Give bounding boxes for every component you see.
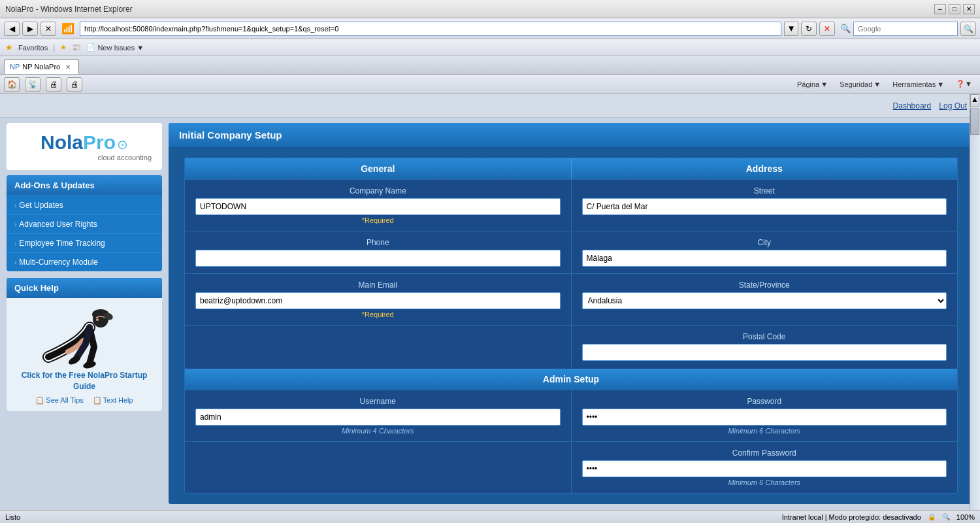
email-label: Main Email — [195, 280, 561, 290]
sidebar-item-getupdates[interactable]: › Get Updates — [7, 195, 162, 214]
tab-bar: NP NP NolaPro ✕ — [0, 56, 980, 75]
pagina-button[interactable]: Página▼ — [793, 79, 832, 90]
quick-help-links: 📋 See All Tips 📋 Text Help — [35, 396, 133, 405]
browser-title: NolaPro - Windows Internet Explorer — [5, 5, 133, 14]
sidebar-item-multicurrency[interactable]: › Multi-Currency Module — [7, 252, 162, 271]
confirm-hint: Minimum 6 Characters — [582, 479, 947, 486]
admin-section-header: Admin Setup — [185, 367, 957, 390]
company-name-label: Company Name — [195, 186, 561, 195]
favoritos-item[interactable]: Favoritos — [18, 44, 48, 52]
city-col: City — [572, 231, 958, 273]
new-issues-item[interactable]: 📄 New Issues ▼ — [86, 43, 144, 52]
active-tab[interactable]: NP NP NolaPro ✕ — [4, 59, 79, 74]
logo-circle: ⊙ — [117, 137, 128, 152]
state-select[interactable]: Andalusia — [582, 292, 947, 309]
arrow-icon-multicurrency: › — [14, 259, 16, 266]
quick-help-text[interactable]: Click for the Free NolaPro Startup Guide — [13, 370, 155, 392]
search-go-button[interactable]: 🔍 — [960, 22, 976, 36]
company-name-input[interactable] — [195, 198, 561, 215]
panel-title: Initial Company Setup — [179, 129, 282, 141]
confirm-input[interactable] — [582, 460, 947, 477]
email-input[interactable] — [195, 292, 561, 309]
street-label: Street — [582, 186, 947, 195]
go-button[interactable]: ▼ — [784, 22, 798, 36]
maximize-button[interactable]: □ — [949, 4, 960, 14]
stop-nav-icon[interactable]: ✕ — [819, 22, 835, 36]
home-icon[interactable]: 🏠 — [4, 77, 20, 92]
sidebar-item-timetracking[interactable]: › Employee Time Tracking — [7, 233, 162, 252]
general-section-header: General — [185, 158, 572, 179]
top-header: Dashboard Log Out — [0, 94, 980, 118]
herramientas-label: Herramientas — [892, 80, 936, 88]
zone-info: Intranet local | Modo protegido: desacti… — [782, 513, 921, 521]
dashboard-link[interactable]: Dashboard — [893, 101, 932, 110]
zoom-icon: 🔍 — [942, 513, 950, 520]
row-email-state: Main Email *Required State/Province Anda… — [185, 273, 957, 325]
quick-help-image — [32, 305, 137, 370]
protected-icon: 🔒 — [928, 513, 936, 520]
password-input[interactable] — [582, 409, 947, 426]
row-companyname-street: Company Name *Required Street — [185, 179, 957, 231]
sidebar-label-getupdates: Get Updates — [19, 201, 63, 210]
password-label: Password — [582, 397, 947, 406]
row-empty-postal: Postal Code — [185, 325, 957, 367]
sidebar-item-advanceduserrights[interactable]: › Advanced User Rights — [7, 214, 162, 233]
address-bar[interactable] — [80, 22, 781, 36]
logout-link[interactable]: Log Out — [939, 101, 967, 110]
street-col: Street — [572, 180, 958, 231]
text-help-icon: 📋 — [93, 396, 102, 405]
scroll-thumb[interactable] — [970, 109, 979, 135]
forward-button[interactable]: ▶ — [22, 22, 38, 36]
seguridad-button[interactable]: Seguridad▼ — [836, 79, 885, 90]
refresh-icon[interactable]: ↻ — [801, 22, 817, 36]
postal-input[interactable] — [582, 344, 947, 361]
favorites-sep: | — [53, 43, 55, 52]
main-content: Initial Company Setup General Address — [169, 123, 973, 504]
favoritos-label: Favoritos — [18, 44, 48, 52]
add-favorites-icon[interactable]: ★ — [60, 43, 67, 52]
logo-nola: Nola — [41, 131, 83, 154]
ie-toolbar: 🏠 📡 🖨 🖨 Página▼ Seguridad▼ Herramientas▼… — [0, 75, 980, 94]
minimize-button[interactable]: – — [934, 4, 946, 14]
username-input[interactable] — [195, 409, 561, 426]
tab-close-icon[interactable]: ✕ — [65, 63, 71, 71]
favorites-star-icon: ★ — [5, 42, 13, 52]
window-controls: – □ ✕ — [934, 4, 975, 14]
browser-toolbar: ◀ ▶ ✕ 📶 ▼ ↻ ✕ 🔍 🔍 — [0, 18, 980, 39]
status-text: Listo — [5, 513, 20, 521]
tab-icon: NP — [10, 63, 20, 71]
confirm-empty-col — [185, 442, 572, 493]
print-icon[interactable]: 🖨 — [67, 77, 82, 92]
city-input[interactable] — [582, 250, 947, 267]
search-input[interactable] — [853, 22, 958, 36]
close-button[interactable]: ✕ — [963, 4, 975, 14]
mail-icon[interactable]: 🖨 — [46, 77, 61, 92]
company-name-required: *Required — [195, 216, 561, 224]
street-input[interactable] — [582, 198, 947, 215]
addons-header: Add-Ons & Updates — [7, 175, 162, 195]
tab-label: NP NolaPro — [22, 63, 60, 71]
status-right: Intranet local | Modo protegido: desacti… — [782, 513, 975, 521]
phone-input[interactable] — [195, 250, 561, 267]
feeds-icon[interactable]: 📡 — [25, 77, 41, 92]
logo-area: Nola Pro ⊙ cloud accounting — [7, 123, 162, 170]
help-button[interactable]: ❓▼ — [952, 78, 976, 90]
scroll-up-arrow[interactable]: ▲ — [970, 94, 979, 107]
zoom-level: 100% — [956, 513, 975, 521]
state-col: State/Province Andalusia — [572, 274, 958, 325]
text-help-link[interactable]: 📋 Text Help — [93, 396, 133, 405]
form-grid: General Address Company Name *Requi — [184, 158, 958, 494]
back-button[interactable]: ◀ — [4, 22, 20, 36]
herramientas-button[interactable]: Herramientas▼ — [889, 79, 948, 90]
scrollbar[interactable]: ▲ — [970, 94, 980, 510]
quick-help-section: Quick Help — [7, 278, 162, 411]
logo-pro: Pro — [83, 131, 116, 154]
section-headers-row: General Address — [185, 158, 957, 179]
dropdown-arrow-icon: ▼ — [137, 44, 144, 52]
stop-button[interactable]: ✕ — [41, 22, 56, 36]
tips-icon: 📋 — [35, 396, 44, 405]
postal-label: Postal Code — [582, 332, 947, 341]
phone-label: Phone — [195, 238, 561, 247]
see-all-tips-link[interactable]: 📋 See All Tips — [35, 396, 83, 405]
rss-icon[interactable]: 📰 — [72, 43, 81, 52]
